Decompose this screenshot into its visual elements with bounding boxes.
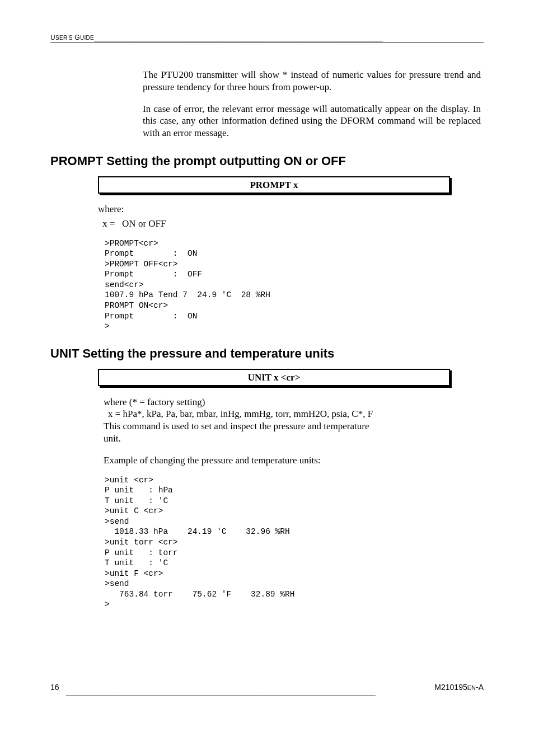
header-title: USER'S GUIDE [50,34,94,41]
section-prompt-heading: PROMPT Setting the prompt outputting ON … [50,154,484,168]
page-footer: 16 M210195en-A _________________________… [50,683,484,692]
doc-id: M210195en-A [434,683,484,692]
unit-command-box: UNIT x <cr> [98,369,450,386]
prompt-code-block: >PROMPT<cr> Prompt : ON >PROMPT OFF<cr> … [105,238,484,332]
unit-code-block: >unit <cr> P unit : hPa T unit : 'C >uni… [105,475,484,610]
header-rule: ________________________________________… [94,34,383,41]
x-equals-row: x = ON or OFF [102,218,484,229]
unit-where-block: where (* = factory setting) x = hPa*, kP… [104,396,484,445]
unit-x-line: x = hPa*, kPa, Pa, bar, mbar, inHg, mmHg… [108,408,484,420]
paragraph-2: In case of error, the relevant error mes… [143,103,481,139]
paragraph-1: The PTU200 transmitter will show * inste… [143,69,481,93]
unit-desc-line1: This command is used to set and inspect … [104,420,484,433]
where-label-1: where: [98,204,484,215]
footer-rule: ________________________________________… [66,687,416,696]
x-value: ON or OFF [122,218,166,229]
prompt-command-box: PROMPT x [98,176,450,194]
section-unit-heading: UNIT Setting the pressure and temperatur… [50,346,484,361]
example-label: Example of changing the pressure and tem… [104,455,484,466]
x-label: x = [102,218,115,229]
page-number: 16 [50,683,59,692]
unit-desc-line2: unit. [104,433,484,445]
where-line-2: where (* = factory setting) [104,396,484,408]
page-header: USER'S GUIDE____________________________… [50,34,484,43]
